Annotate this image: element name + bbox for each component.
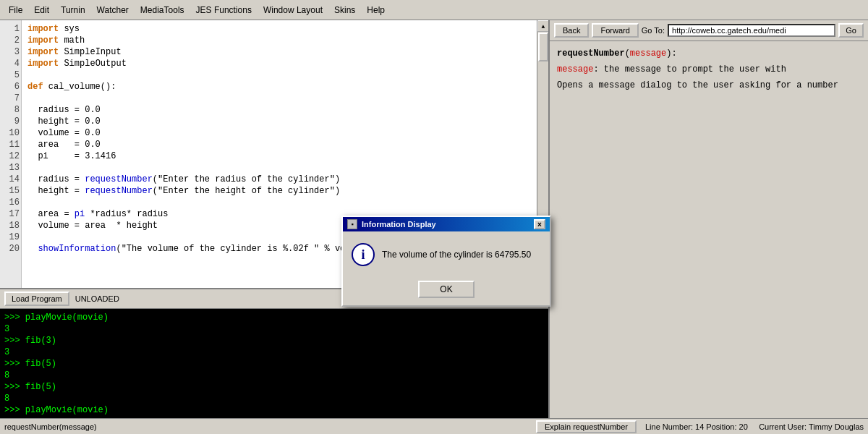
forward-button[interactable]: Forward: [592, 23, 638, 38]
info-icon: i: [352, 243, 375, 266]
help-desc1: : the message to prompt the user with: [593, 64, 786, 75]
line-info: Line Number: 14 Position: 20: [645, 422, 748, 431]
help-func-name: requestNumber: [557, 48, 625, 59]
menu-mediatools[interactable]: MediaTools: [135, 2, 190, 18]
menu-jes-functions[interactable]: JES Functions: [190, 2, 258, 18]
menu-window-layout[interactable]: Window Layout: [258, 2, 328, 18]
menu-help[interactable]: Help: [361, 2, 391, 18]
unloaded-status: UNLOADED: [75, 294, 119, 303]
help-param-desc: message: the message to prompt the user …: [557, 63, 861, 76]
go-button[interactable]: Go: [838, 23, 864, 38]
goto-label: Go To:: [642, 26, 665, 35]
help-param-label: message: [557, 64, 593, 75]
menu-watcher[interactable]: Watcher: [91, 2, 135, 18]
help-content: requestNumber(message): message: the mes…: [550, 41, 868, 434]
dialog-window-icon: ▪: [347, 219, 357, 229]
console-line: 3: [4, 346, 544, 358]
explain-button[interactable]: Explain requestNumber: [536, 420, 637, 433]
console-line: 3: [4, 323, 544, 335]
dialog-close-button[interactable]: ×: [534, 219, 545, 229]
dialog-title-text: Information Display: [362, 220, 436, 229]
user-info: Current User: Timmy Douglas: [759, 422, 864, 431]
scroll-up-arrow[interactable]: ▲: [537, 20, 548, 32]
console-line: >>> playMovie(movie): [4, 404, 544, 416]
ok-button[interactable]: OK: [418, 281, 474, 298]
line-numbers: 1234567891011121314151617181920: [0, 20, 22, 288]
help-desc2: Opens a message dialog to the user askin…: [557, 79, 861, 92]
right-panel: Back Forward Go To: Go requestNumber(mes…: [550, 20, 868, 434]
menu-edit[interactable]: Edit: [28, 2, 55, 18]
menu-skins[interactable]: Skins: [328, 2, 361, 18]
menubar: File Edit Turnin Watcher MediaTools JES …: [0, 0, 868, 20]
dialog-message: The volume of the cylinder is 64795.50: [382, 250, 531, 260]
back-button[interactable]: Back: [554, 23, 589, 38]
browser-toolbar: Back Forward Go To: Go: [550, 20, 868, 41]
console-area: Load Program UNLOADED >>> playMovie(movi…: [0, 289, 548, 434]
console-output[interactable]: >>> playMovie(movie) 3 >>> fib(3) 3 >>> …: [0, 309, 548, 434]
statusbar: requestNumber(message) Explain requestNu…: [0, 418, 868, 434]
console-line: >>> fib(5): [4, 381, 544, 393]
console-line: >>> playMovie(movie): [4, 312, 544, 323]
dialog-titlebar: ▪ Information Display ×: [343, 217, 550, 231]
url-input[interactable]: [668, 24, 835, 37]
console-line: 8: [4, 393, 544, 404]
help-function-signature: requestNumber(message):: [557, 47, 861, 60]
help-close-paren: ):: [666, 48, 676, 59]
status-text: requestNumber(message): [4, 422, 536, 431]
help-open-paren: (: [625, 48, 630, 59]
status-right: Line Number: 14 Position: 20 Current Use…: [645, 422, 864, 431]
dialog-footer: OK: [343, 275, 550, 305]
dialog-title-left: ▪ Information Display: [347, 219, 436, 229]
console-line: >>> fib(5): [4, 358, 544, 370]
load-program-button[interactable]: Load Program: [4, 292, 69, 306]
info-dialog: ▪ Information Display × i The volume of …: [341, 216, 551, 307]
help-param: message: [630, 48, 666, 59]
console-line: >>> fib(3): [4, 335, 544, 346]
dialog-body: i The volume of the cylinder is 64795.50: [343, 231, 550, 275]
console-line: 8: [4, 370, 544, 381]
menu-turnin[interactable]: Turnin: [55, 2, 91, 18]
scroll-thumb[interactable]: [538, 33, 548, 61]
menu-file[interactable]: File: [3, 2, 28, 18]
